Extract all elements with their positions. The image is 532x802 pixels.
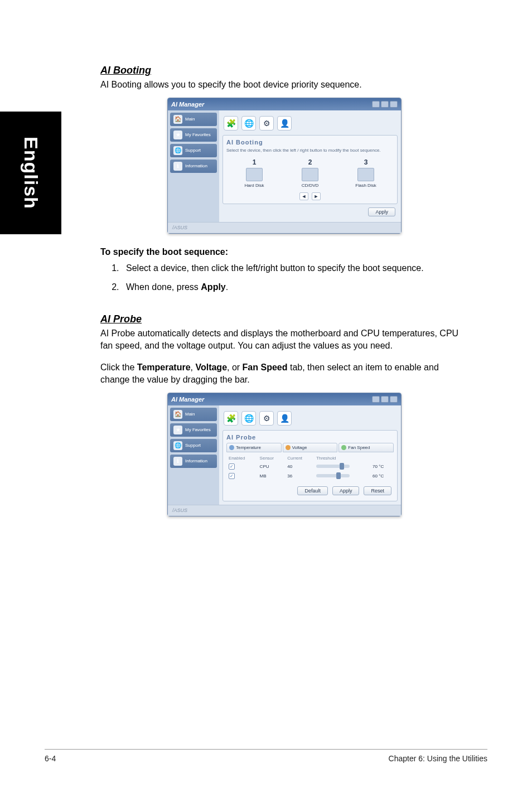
sidebar-nav: 🏠Main ★My Favorites 🌐Support ℹInformatio…: [168, 405, 219, 505]
device-label: CD/DVD: [293, 183, 327, 188]
dot-icon: [286, 445, 291, 450]
window-title: AI Manager: [171, 101, 204, 108]
screenshot-ai-booting: AI Manager 🏠Main ★My Favorites 🌐Support …: [100, 98, 468, 234]
tool-icon-4[interactable]: 👤: [277, 411, 292, 426]
tab-temperature[interactable]: Temperature: [226, 443, 282, 452]
ai-probe-heading: AI Probe: [100, 313, 468, 325]
tool-icon-1[interactable]: 🧩: [224, 116, 238, 131]
close-button[interactable]: [390, 101, 398, 108]
sensor-name: CPU: [258, 462, 286, 471]
threshold-slider[interactable]: [316, 474, 350, 477]
screenshot-ai-probe: AI Manager 🏠Main ★My Favorites 🌐Support: [100, 393, 468, 516]
ai-manager-window: AI Manager 🏠Main ★My Favorites 🌐Support: [167, 393, 402, 516]
ai-probe-lead: AI Probe automatically detects and displ…: [100, 327, 468, 351]
probe-tabs: Temperature Voltage Fan Speed: [226, 443, 394, 452]
step-bold: Apply: [201, 282, 225, 292]
sidebar-item-main[interactable]: 🏠Main: [170, 408, 217, 421]
slider-knob[interactable]: [340, 463, 344, 470]
device-label: Hard Disk: [238, 183, 271, 188]
button-row: Default Apply Reset: [226, 481, 394, 497]
tab-voltage[interactable]: Voltage: [283, 443, 338, 452]
tool-icon-1[interactable]: 🧩: [224, 411, 238, 426]
sidebar-item-information[interactable]: ℹInformation: [170, 455, 217, 468]
main-pane: 🧩 🌐 ⚙ 👤 AI Probe Temperature Voltage: [219, 405, 401, 505]
toolbar: 🧩 🌐 ⚙ 👤: [223, 114, 398, 135]
window-buttons: [372, 396, 398, 403]
bold: Fan Speed: [243, 363, 288, 372]
main-pane: 🧩 🌐 ⚙ 👤 AI Booting Select the device, th…: [219, 110, 401, 222]
panel-hint: Select the device, then click the left /…: [226, 148, 394, 153]
close-button[interactable]: [390, 396, 398, 403]
star-icon: ★: [173, 426, 182, 434]
home-icon: 🏠: [173, 410, 182, 419]
boot-device-2[interactable]: 2CD/DVD: [293, 158, 327, 188]
hard-disk-icon: [246, 168, 263, 181]
sidebar-item-label: Main: [185, 117, 195, 122]
sidebar-item-label: My Favorites: [185, 427, 211, 432]
boot-device-3[interactable]: 3Flash Disk: [349, 158, 383, 188]
tab-label: Fan Speed: [348, 445, 370, 450]
sidebar-item-information[interactable]: ℹInformation: [170, 160, 217, 173]
window-footer: /ASUS: [168, 505, 401, 516]
maximize-button[interactable]: [381, 396, 389, 403]
maximize-button[interactable]: [381, 101, 389, 108]
sidebar-item-favorites[interactable]: ★My Favorites: [170, 423, 217, 437]
page-number: 6-4: [45, 754, 56, 763]
col-threshold: Threshold: [314, 455, 370, 462]
device-number: 1: [238, 158, 271, 166]
brand-label: /ASUS: [172, 225, 187, 230]
tab-fan-speed[interactable]: Fan Speed: [338, 443, 394, 452]
unit: °C: [379, 474, 384, 479]
enable-checkbox[interactable]: ✓: [229, 473, 235, 479]
sidebar-item-favorites[interactable]: ★My Favorites: [170, 128, 217, 142]
window-buttons: [372, 101, 398, 108]
sidebar-item-label: Main: [185, 412, 195, 417]
move-left-button[interactable]: ◄: [299, 192, 308, 200]
steps-list: Select a device, then click the left/rig…: [100, 263, 468, 294]
apply-button[interactable]: Apply: [332, 486, 360, 495]
sidebar-item-label: Information: [185, 458, 207, 463]
star-icon: ★: [173, 131, 182, 139]
sidebar-nav: 🏠Main ★My Favorites 🌐Support ℹInformatio…: [168, 110, 219, 222]
table-header-row: Enabled Sensor Current Threshold: [226, 455, 394, 462]
panel-title: AI Booting: [226, 139, 394, 146]
tool-icon-2[interactable]: 🌐: [241, 116, 256, 131]
dot-icon: [341, 445, 346, 450]
window-titlebar: AI Manager: [168, 393, 401, 405]
sidebar-item-label: Information: [185, 163, 207, 168]
boot-sequence-subheading: To specify the boot sequence:: [100, 247, 468, 257]
tool-icon-4[interactable]: 👤: [277, 116, 292, 131]
boot-device-1[interactable]: 1Hard Disk: [238, 158, 271, 188]
col-current: Current: [285, 455, 314, 462]
sidebar-item-label: Support: [185, 148, 201, 153]
ai-booting-heading: AI Booting: [100, 65, 468, 76]
step-text: .: [226, 282, 228, 292]
minimize-button[interactable]: [372, 396, 380, 403]
tool-icon-2[interactable]: 🌐: [241, 411, 256, 426]
bold: Temperature: [137, 363, 191, 372]
sidebar-item-support[interactable]: 🌐Support: [170, 439, 217, 452]
apply-button[interactable]: Apply: [368, 207, 395, 216]
minimize-button[interactable]: [372, 101, 380, 108]
sidebar-item-support[interactable]: 🌐Support: [170, 144, 217, 157]
page: English AI Booting AI Booting allows you…: [0, 0, 532, 802]
sensor-current: 40: [285, 462, 314, 471]
sidebar-item-main[interactable]: 🏠Main: [170, 113, 217, 126]
globe-icon: 🌐: [173, 441, 182, 450]
ai-probe-block: AI Probe AI Probe automatically detects …: [100, 313, 468, 516]
slider-knob[interactable]: [336, 472, 341, 479]
reset-button[interactable]: Reset: [364, 486, 391, 495]
move-right-button[interactable]: ►: [312, 192, 321, 200]
globe-icon: 🌐: [173, 146, 182, 155]
sidebar-item-label: My Favorites: [185, 132, 211, 137]
tool-icon-3[interactable]: ⚙: [259, 411, 274, 426]
window-footer: /ASUS: [168, 222, 401, 233]
sensor-current: 36: [285, 471, 314, 481]
enable-checkbox[interactable]: ✓: [229, 463, 235, 470]
tool-icon-3[interactable]: ⚙: [259, 116, 274, 131]
flash-disk-icon: [357, 168, 374, 181]
threshold-value: 70: [373, 464, 378, 469]
threshold-slider[interactable]: [316, 465, 350, 468]
step-2: When done, press Apply.: [122, 282, 468, 293]
default-button[interactable]: Default: [297, 486, 328, 495]
